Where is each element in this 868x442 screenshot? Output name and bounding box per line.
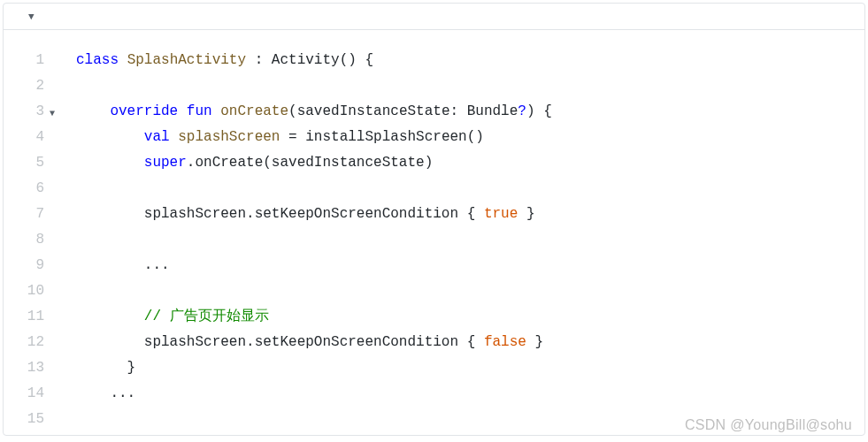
editor-toolbar: ▼ [4, 4, 864, 30]
code-editor: ▼ 1 2 3▼ 4 5 6 7 8 9 10 11 12 13 14 15 c… [3, 3, 865, 436]
code-line: override fun onCreate(savedInstanceState… [76, 99, 864, 125]
line-number: 1 [4, 48, 44, 73]
code-line [76, 73, 864, 99]
fold-caret-icon[interactable]: ▼ [50, 101, 55, 126]
line-number: 8 [4, 227, 44, 253]
line-number: 6 [4, 176, 44, 202]
line-number: 9 [4, 253, 44, 278]
code-line: class SplashActivity : Activity() { [76, 48, 864, 73]
line-number: 12 [4, 330, 44, 355]
line-number: 14 [4, 381, 44, 407]
line-number: 10 [4, 278, 44, 304]
code-line: // 广告页开始显示 [76, 304, 864, 330]
line-number: 2 [4, 73, 44, 99]
line-number: 13 [4, 355, 44, 381]
code-line: splashScreen.setKeepOnScreenCondition { … [76, 202, 864, 227]
watermark-text: CSDN @YoungBill@sohu [685, 417, 852, 433]
line-number: 15 [4, 407, 44, 432]
line-number-gutter: 1 2 3▼ 4 5 6 7 8 9 10 11 12 13 14 15 [4, 48, 57, 432]
code-line [76, 227, 864, 253]
code-line: ... [76, 381, 864, 407]
toolbar-dropdown-caret[interactable]: ▼ [28, 11, 35, 22]
code-line: ... [76, 253, 864, 278]
code-line [76, 278, 864, 304]
line-number: 4 [4, 125, 44, 150]
code-line: splashScreen.setKeepOnScreenCondition { … [76, 330, 864, 355]
code-line: super.onCreate(savedInstanceState) [76, 150, 864, 176]
code-content[interactable]: class SplashActivity : Activity() { over… [57, 48, 864, 432]
code-area: 1 2 3▼ 4 5 6 7 8 9 10 11 12 13 14 15 cla… [4, 30, 864, 432]
code-line: } [76, 355, 864, 381]
code-line [76, 176, 864, 202]
line-number: 3▼ [4, 99, 44, 125]
line-number: 7 [4, 202, 44, 227]
code-line: val splashScreen = installSplashScreen() [76, 125, 864, 150]
line-number: 11 [4, 304, 44, 330]
line-number: 5 [4, 150, 44, 176]
